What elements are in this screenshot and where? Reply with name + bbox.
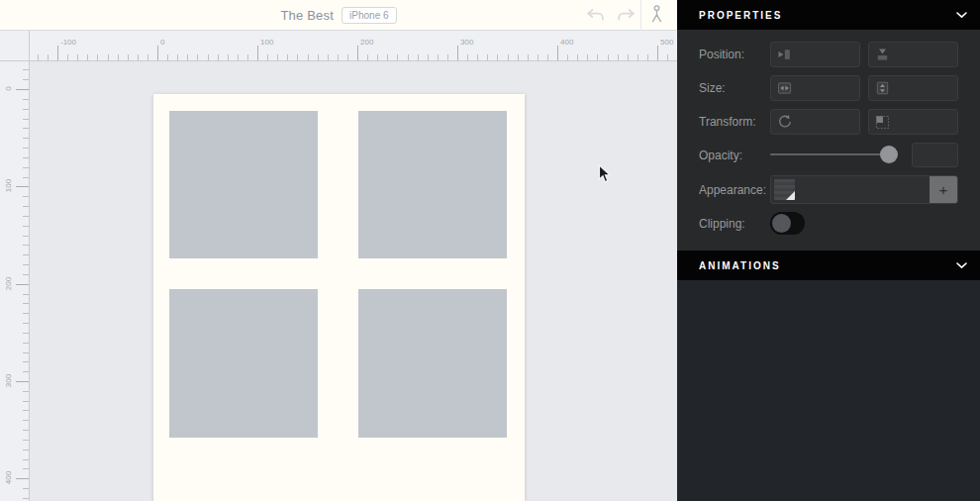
- ruler-tick: [16, 284, 29, 285]
- ruler-tick: [197, 54, 198, 60]
- vertical-ruler: 0100200300400: [0, 61, 30, 501]
- ruler-tick: [347, 54, 348, 60]
- ruler-tick: [97, 54, 98, 60]
- ruler-tick: [367, 54, 368, 60]
- ruler-label: 500: [660, 38, 673, 47]
- toolbar: The Best iPhone 6: [0, 0, 677, 31]
- scale-icon: [869, 115, 890, 130]
- redo-button[interactable]: [611, 0, 640, 31]
- position-row: Position:: [677, 42, 980, 67]
- ruler-label: 400: [560, 38, 573, 47]
- ruler-tick: [177, 54, 178, 60]
- ruler-tick: [557, 46, 558, 60]
- ruler-tick: [23, 420, 29, 421]
- ruler-tick: [23, 410, 29, 411]
- ruler-tick: [87, 54, 88, 60]
- ruler-tick: [23, 167, 29, 168]
- ruler-tick: [138, 54, 139, 60]
- device-badge[interactable]: iPhone 6: [342, 7, 396, 24]
- height-field[interactable]: [868, 75, 958, 101]
- ruler-tick: [587, 54, 588, 60]
- ruler-tick: [23, 206, 29, 207]
- opacity-slider-track[interactable]: [770, 153, 898, 155]
- canvas-rectangle[interactable]: [358, 289, 507, 438]
- width-field[interactable]: [770, 75, 860, 101]
- mirror-button[interactable]: [641, 0, 671, 31]
- ruler-tick: [467, 54, 468, 60]
- ruler-tick: [637, 54, 638, 60]
- ruler-tick: [408, 54, 409, 60]
- ruler-tick: [23, 245, 29, 246]
- ruler-tick: [418, 54, 419, 60]
- position-y-input[interactable]: [890, 49, 957, 60]
- canvas-rectangle[interactable]: [169, 111, 318, 258]
- ruler-tick: [23, 488, 29, 489]
- ruler-tick: [57, 46, 58, 60]
- ruler-corner: [0, 31, 30, 61]
- ruler-tick: [48, 54, 49, 60]
- ruler-tick: [428, 54, 429, 60]
- position-x-field[interactable]: [770, 42, 860, 67]
- ruler-label: 400: [4, 463, 13, 493]
- ruler-tick: [128, 54, 129, 60]
- position-x-input[interactable]: [792, 49, 859, 60]
- ruler-label: 0: [4, 74, 13, 104]
- ruler-tick: [23, 69, 29, 70]
- opacity-row: Opacity:: [677, 143, 980, 167]
- ruler-tick: [23, 371, 29, 372]
- ruler-tick: [16, 89, 29, 90]
- size-row: Size:: [677, 75, 980, 101]
- appearance-row: Appearance: +: [677, 175, 980, 204]
- canvas-rectangle[interactable]: [358, 111, 507, 258]
- animations-section: [677, 280, 980, 501]
- opacity-value-input[interactable]: [913, 144, 957, 166]
- ruler-tick: [23, 119, 29, 120]
- ruler-tick: [23, 128, 29, 129]
- clipping-toggle[interactable]: [770, 212, 805, 235]
- undo-button[interactable]: [581, 0, 611, 31]
- properties-header-label: PROPERTIES: [677, 10, 956, 21]
- appearance-swatch-icon[interactable]: [774, 179, 795, 200]
- add-appearance-button[interactable]: +: [930, 176, 957, 203]
- position-y-field[interactable]: [868, 42, 958, 67]
- ruler-tick: [228, 54, 229, 60]
- ruler-tick: [23, 99, 29, 100]
- clipping-row: Clipping:: [677, 212, 980, 235]
- ruler-tick: [16, 186, 29, 187]
- opacity-value-field[interactable]: [912, 143, 958, 167]
- ruler-tick: [577, 54, 578, 60]
- height-input[interactable]: [890, 82, 957, 94]
- ruler-tick: [38, 54, 39, 60]
- properties-header[interactable]: PROPERTIES: [677, 0, 980, 30]
- ruler-tick: [23, 236, 29, 237]
- clipping-label: Clipping:: [699, 212, 745, 235]
- ruler-tick: [23, 294, 29, 295]
- rotation-input[interactable]: [793, 116, 859, 128]
- undo-icon: [586, 7, 606, 25]
- scale-field[interactable]: [868, 109, 958, 135]
- rotate-icon: [771, 114, 793, 130]
- width-input[interactable]: [792, 82, 859, 94]
- opacity-slider-handle[interactable]: [880, 146, 898, 163]
- rotation-field[interactable]: [770, 109, 860, 135]
- transform-label: Transform:: [699, 109, 756, 135]
- ruler-tick: [357, 46, 358, 60]
- ruler-tick: [16, 381, 29, 382]
- ruler-tick: [23, 323, 29, 324]
- ruler-tick: [657, 46, 658, 60]
- ruler-tick: [23, 138, 29, 139]
- ruler-tick: [208, 54, 209, 60]
- ruler-tick: [338, 54, 339, 60]
- canvas[interactable]: [0, 61, 677, 501]
- appearance-field[interactable]: +: [770, 175, 958, 204]
- ruler-tick: [447, 54, 448, 60]
- ruler-tick: [108, 54, 109, 60]
- ruler-tick: [23, 109, 29, 110]
- ruler-tick: [318, 54, 319, 60]
- canvas-rectangle[interactable]: [169, 289, 318, 438]
- ruler-tick: [377, 54, 378, 60]
- scale-input[interactable]: [890, 116, 957, 128]
- animations-header[interactable]: ANIMATIONS: [677, 250, 980, 280]
- ruler-tick: [567, 54, 568, 60]
- ruler-tick: [157, 46, 158, 60]
